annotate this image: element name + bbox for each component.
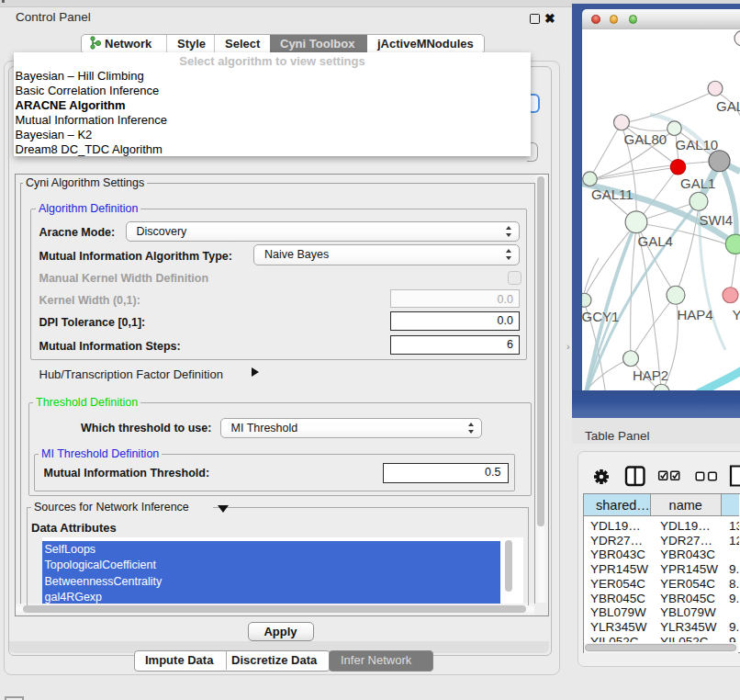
svg-text:GAL2: GAL2: [716, 97, 740, 113]
svg-text:GAL1: GAL1: [680, 175, 715, 190]
svg-text:HAP4: HAP4: [678, 307, 713, 322]
svg-text:HAP2: HAP2: [633, 367, 668, 382]
svg-text:GAL11: GAL11: [591, 186, 633, 202]
svg-text:GAL10: GAL10: [676, 137, 719, 152]
svg-text:GAL80: GAL80: [624, 130, 667, 146]
svg-text:GCY1: GCY1: [582, 308, 619, 323]
svg-text:GAL4: GAL4: [638, 233, 673, 249]
svg-text:SWI4: SWI4: [700, 212, 734, 228]
svg-text:Y: Y: [733, 307, 740, 322]
